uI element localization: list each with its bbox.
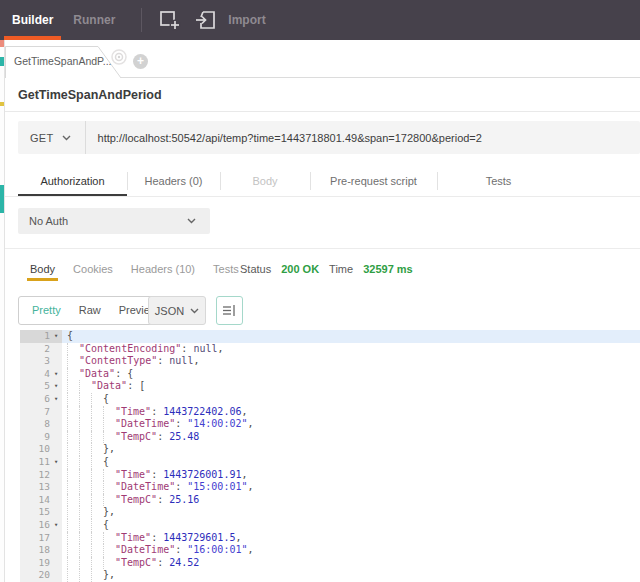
code-line[interactable]: 4▾"Data": { xyxy=(20,368,640,381)
response-tab-cookies[interactable]: Cookies xyxy=(73,260,113,278)
code-token: : xyxy=(175,481,187,492)
indent-guide xyxy=(103,406,115,419)
tab-tests[interactable]: Tests xyxy=(437,168,560,196)
code-text[interactable]: "Data": [ xyxy=(62,380,640,393)
code-text[interactable]: "DateTime": "15:00:01", xyxy=(62,481,640,494)
import-label[interactable]: Import xyxy=(228,13,265,27)
tab-body[interactable]: Body xyxy=(220,168,310,196)
code-text[interactable]: "TempC": 24.52 xyxy=(62,557,640,570)
tab-authorization[interactable]: Authorization xyxy=(18,168,127,196)
line-number: 17 xyxy=(39,532,50,545)
indent-guide xyxy=(91,469,103,482)
indent-guide xyxy=(103,431,115,444)
code-text[interactable]: "DateTime": "14:00:02", xyxy=(62,418,640,431)
status-value: 200 OK xyxy=(281,260,319,278)
code-text[interactable]: { xyxy=(62,330,640,343)
fold-arrow-icon[interactable]: ▾ xyxy=(50,380,62,393)
indent-guide xyxy=(67,544,79,557)
code-line[interactable]: 3"ContentType": null, xyxy=(20,355,640,368)
code-line[interactable]: 5▾"Data": [ xyxy=(20,380,640,393)
code-token: "14:00:02" xyxy=(187,418,247,429)
indent-guide xyxy=(79,569,91,582)
code-text[interactable]: }, xyxy=(62,443,640,456)
code-text[interactable]: "ContentEncoding": null, xyxy=(62,343,640,356)
code-line[interactable]: 10}, xyxy=(20,443,640,456)
code-text[interactable]: "TempC": 25.16 xyxy=(62,494,640,507)
code-text[interactable]: }, xyxy=(62,569,640,582)
code-line[interactable]: 16▾{ xyxy=(20,519,640,532)
code-text[interactable]: { xyxy=(62,393,640,406)
code-line[interactable]: 11▾{ xyxy=(20,456,640,469)
topbar-divider xyxy=(141,8,142,32)
pretty-button[interactable]: Pretty xyxy=(23,297,70,324)
response-tab-headers-10[interactable]: Headers (10) xyxy=(131,260,195,278)
code-text[interactable]: { xyxy=(62,519,640,532)
code-text[interactable]: "TempC": 25.48 xyxy=(62,431,640,444)
code-line[interactable]: 12"Time": 1443726001.91, xyxy=(20,469,640,482)
fold-arrow-icon[interactable]: ▾ xyxy=(50,519,62,532)
code-text[interactable]: "Time": 1443726001.91, xyxy=(62,469,640,482)
code-token: : { xyxy=(115,368,133,379)
new-tab-icon[interactable] xyxy=(158,9,182,31)
code-text[interactable]: "ContentType": null, xyxy=(62,355,640,368)
request-tabs: AuthorizationHeaders (0)BodyPre-request … xyxy=(18,168,560,196)
code-line[interactable]: 15}, xyxy=(20,506,640,519)
code-text[interactable]: "Time": 1443722402.06, xyxy=(62,406,640,419)
request-tab-title[interactable]: GetTimeSpanAndP... xyxy=(14,55,111,67)
code-text[interactable]: "DateTime": "16:00:01", xyxy=(62,544,640,557)
indent-guide xyxy=(91,557,103,570)
code-line[interactable]: 18"DateTime": "16:00:01", xyxy=(20,544,640,557)
method-dropdown[interactable]: GET xyxy=(18,132,85,144)
import-icon[interactable] xyxy=(194,9,218,31)
code-text[interactable]: { xyxy=(62,456,640,469)
url-input[interactable]: http://localhost:50542/api/temp?time=144… xyxy=(86,132,482,144)
fold-arrow-icon[interactable]: ▾ xyxy=(50,368,62,381)
open-new-tab-button[interactable]: + xyxy=(133,54,148,69)
code-line[interactable]: 19"TempC": 24.52 xyxy=(20,557,640,570)
code-text[interactable]: "Data": { xyxy=(62,368,640,381)
code-token: "TempC" xyxy=(115,557,157,568)
sidebar-history-mark xyxy=(0,102,4,106)
response-tab-body[interactable]: Body xyxy=(30,260,55,278)
fold-arrow-icon[interactable]: ▾ xyxy=(50,393,62,406)
fold-arrow-icon[interactable]: ▾ xyxy=(50,330,62,343)
fold-arrow-placeholder xyxy=(50,506,62,519)
code-token: "Data" xyxy=(79,368,115,379)
fold-arrow-icon[interactable]: ▾ xyxy=(50,456,62,469)
response-body-editor[interactable]: 1▾{2"ContentEncoding": null,3"ContentTyp… xyxy=(5,330,640,582)
code-line[interactable]: 13"DateTime": "15:00:01", xyxy=(20,481,640,494)
line-number-gutter: 20 xyxy=(20,569,62,582)
code-line[interactable]: 2"ContentEncoding": null, xyxy=(20,343,640,356)
code-text[interactable]: }, xyxy=(62,506,640,519)
response-tab-tests[interactable]: Tests xyxy=(213,260,239,278)
code-line[interactable]: 9"TempC": 25.48 xyxy=(20,431,640,444)
builder-tab[interactable]: Builder xyxy=(0,0,67,40)
auth-type-dropdown[interactable]: No Auth xyxy=(18,208,210,234)
line-number: 20 xyxy=(39,569,50,582)
code-line[interactable]: 1▾{ xyxy=(20,330,640,343)
fold-arrow-placeholder xyxy=(50,355,62,368)
code-line[interactable]: 6▾{ xyxy=(20,393,640,406)
format-dropdown[interactable]: JSON xyxy=(148,296,206,325)
raw-button[interactable]: Raw xyxy=(70,297,110,324)
code-token: : xyxy=(157,355,169,366)
code-line[interactable]: 8"DateTime": "14:00:02", xyxy=(20,418,640,431)
indent-guide xyxy=(91,569,103,582)
indent-guide xyxy=(91,431,103,444)
code-token: }, xyxy=(103,569,115,580)
code-line[interactable]: 7"Time": 1443722402.06, xyxy=(20,406,640,419)
code-line[interactable]: 20}, xyxy=(20,569,640,582)
postman-window: Builder Runner Import GetTimeSpanAndP... xyxy=(0,0,640,582)
runner-tab[interactable]: Runner xyxy=(67,13,131,27)
line-number-gutter: 19 xyxy=(20,557,62,570)
wrap-text-button[interactable] xyxy=(216,296,243,325)
line-number-gutter: 6▾ xyxy=(20,393,62,406)
indent-guide xyxy=(79,431,91,444)
tab-headers-0[interactable]: Headers (0) xyxy=(127,168,220,196)
line-number-gutter: 7 xyxy=(20,406,62,419)
time-value: 32597 ms xyxy=(363,260,413,278)
code-text[interactable]: "Time": 1443729601.5, xyxy=(62,532,640,545)
tab-pre-request-script[interactable]: Pre-request script xyxy=(310,168,437,196)
code-line[interactable]: 17"Time": 1443729601.5, xyxy=(20,532,640,545)
code-line[interactable]: 14"TempC": 25.16 xyxy=(20,494,640,507)
